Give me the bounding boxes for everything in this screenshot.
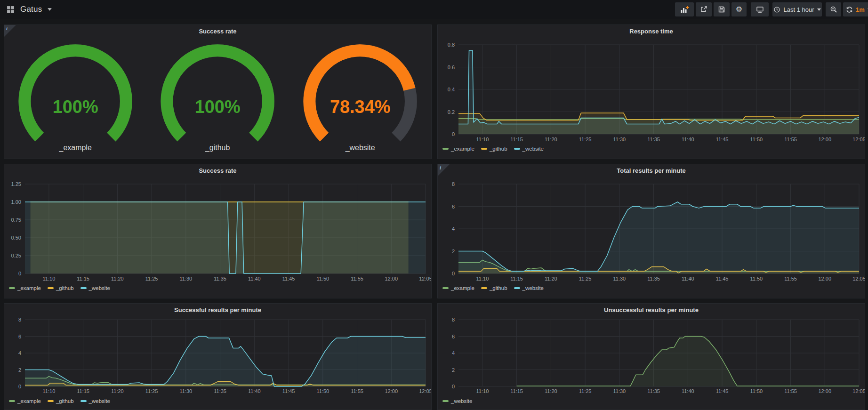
y-tick-label: 6: [452, 204, 455, 209]
series-area: [458, 202, 859, 273]
legend-swatch: [481, 148, 487, 150]
y-tick-label: 8: [452, 317, 455, 322]
x-tick-label: 11:10: [476, 137, 489, 142]
y-tick-label: 0.75: [11, 217, 21, 223]
y-tick-label: 8: [452, 181, 455, 187]
y-tick-label: 0.6: [448, 64, 455, 70]
y-tick-label: 4: [18, 350, 21, 356]
x-tick-label: 11:45: [716, 137, 729, 142]
x-tick-label: 12:05: [419, 276, 431, 281]
panel-total-results: i Total results per minute 0246811:1011:…: [437, 164, 865, 298]
x-tick-label: 11:30: [613, 276, 626, 281]
chart-canvas: 00.250.500.751.001.2511:1011:1511:2011:2…: [4, 164, 431, 298]
success-rate-chart[interactable]: 00.250.500.751.001.2511:1011:1511:2011:2…: [4, 164, 431, 298]
time-range-picker[interactable]: Last 1 hour: [772, 2, 822, 16]
chart-canvas: 00.20.40.60.811:1011:1511:2011:2511:3011…: [438, 25, 865, 159]
unsuccessful-results-chart[interactable]: 0246811:1011:1511:2011:2511:3011:3511:40…: [438, 304, 865, 410]
legend-swatch: [80, 287, 87, 289]
y-tick-label: 2: [452, 249, 455, 254]
zoom-out-button[interactable]: [826, 2, 841, 16]
refresh-picker[interactable]: 1m: [843, 2, 868, 16]
y-tick-label: 0: [18, 271, 21, 276]
legend-swatch: [9, 287, 15, 289]
x-tick-label: 11:40: [682, 388, 694, 394]
x-tick-label: 11:45: [716, 276, 729, 281]
y-tick-label: 1.00: [11, 199, 21, 205]
total-results-chart[interactable]: 0246811:1011:1511:2011:2511:3011:3511:40…: [438, 164, 865, 298]
legend-item-_github[interactable]: _github: [481, 285, 507, 291]
legend-label: _github: [56, 398, 74, 404]
x-tick-label: 11:15: [77, 276, 89, 281]
x-tick-label: 11:30: [179, 276, 192, 281]
x-tick-label: 11:10: [43, 276, 56, 281]
settings-button[interactable]: ⚙: [731, 2, 747, 16]
gauge-label: _github: [205, 144, 230, 152]
add-panel-button[interactable]: [675, 2, 694, 16]
gauge-_website: 78.34%_website: [289, 42, 431, 152]
x-tick-label: 11:25: [145, 276, 158, 281]
x-tick-label: 12:05: [852, 388, 865, 394]
legend-item-_github[interactable]: _github: [48, 398, 74, 404]
legend-item-_example[interactable]: _example: [442, 285, 474, 291]
x-tick-label: 11:40: [682, 276, 694, 281]
legend-item-_website[interactable]: _website: [80, 398, 110, 404]
legend-item-_github[interactable]: _github: [48, 285, 74, 291]
legend-swatch: [442, 287, 449, 289]
y-tick-label: 0: [452, 131, 455, 137]
legend-label: _example: [17, 398, 41, 404]
x-tick-label: 11:40: [248, 276, 261, 281]
share-button[interactable]: [696, 2, 712, 16]
response-time-chart[interactable]: 00.20.40.60.811:1011:1511:2011:2511:3011…: [438, 25, 865, 159]
legend-swatch: [481, 287, 487, 289]
legend-label: _example: [451, 146, 474, 152]
series-area: [25, 337, 426, 387]
legend-label: _github: [490, 285, 507, 291]
time-range-label: Last 1 hour: [783, 6, 814, 13]
gauge-value: 78.34%: [330, 97, 391, 117]
x-tick-label: 12:00: [385, 388, 398, 394]
apps-grid-icon[interactable]: [7, 6, 15, 14]
legend: _website: [442, 398, 472, 404]
legend-swatch: [514, 148, 520, 150]
refresh-icon: [846, 6, 853, 13]
x-tick-label: 11:50: [316, 276, 329, 281]
gauge-row: 100%_example100%_github78.34%_website: [4, 42, 431, 152]
x-tick-label: 11:50: [750, 137, 763, 142]
legend-item-_example[interactable]: _example: [9, 285, 41, 291]
y-tick-label: 1.25: [11, 181, 21, 187]
panel-title[interactable]: Success rate: [4, 28, 431, 35]
legend-item-_example[interactable]: _example: [442, 146, 474, 152]
legend-item-_website[interactable]: _website: [80, 285, 110, 291]
dashboard-title[interactable]: Gatus: [20, 5, 42, 14]
monitor-icon: [756, 6, 764, 13]
gauge-label: _website: [345, 144, 375, 152]
legend-swatch: [442, 148, 449, 150]
save-button[interactable]: [714, 2, 730, 16]
x-tick-label: 12:00: [818, 137, 831, 142]
legend-label: _website: [89, 398, 110, 404]
share-icon: [700, 6, 707, 13]
legend-label: _github: [490, 146, 507, 152]
y-tick-label: 2: [452, 367, 455, 373]
legend: _example_github_website: [442, 285, 544, 291]
x-tick-label: 12:00: [818, 276, 831, 281]
gauge-_example: 100%_example: [4, 42, 146, 152]
legend-item-_website[interactable]: _website: [442, 398, 472, 404]
navbar: Gatus ⚙ Last 1 hour: [0, 0, 868, 19]
legend-swatch: [514, 287, 520, 289]
save-icon: [718, 6, 725, 13]
gauge-_github: 100%_github: [146, 42, 289, 152]
y-tick-label: 0: [18, 384, 21, 389]
zoom-out-icon: [830, 6, 837, 13]
apps-grid-icon-svg: [7, 6, 15, 14]
legend-item-_example[interactable]: _example: [9, 398, 41, 404]
legend-item-_website[interactable]: _website: [514, 285, 544, 291]
successful-results-chart[interactable]: 0246811:1011:1511:2011:2511:3011:3511:40…: [4, 304, 431, 410]
tv-mode-button[interactable]: [751, 2, 769, 16]
chevron-down-icon[interactable]: [48, 8, 52, 11]
legend-item-_github[interactable]: _github: [481, 146, 507, 152]
x-tick-label: 11:40: [248, 388, 261, 394]
chart-canvas: 0246811:1011:1511:2011:2511:3011:3511:40…: [438, 164, 865, 298]
panel-successful-results: Successful results per minute 0246811:10…: [4, 303, 432, 410]
legend-item-_website[interactable]: _website: [514, 146, 544, 152]
